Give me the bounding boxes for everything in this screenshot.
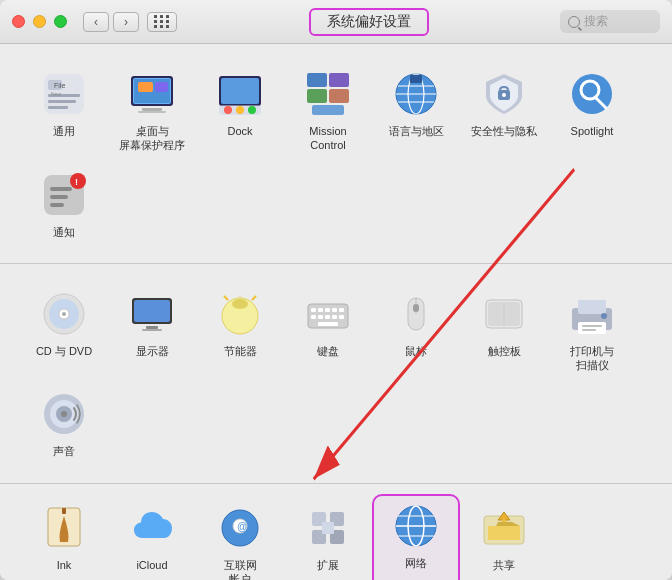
svg-text:New: New — [51, 91, 61, 97]
icon-mouse[interactable]: 鼠标 — [372, 280, 460, 381]
svg-text:File: File — [54, 82, 65, 89]
main-sections: File New 通用 — [0, 44, 672, 580]
svg-rect-25 — [329, 89, 349, 103]
svg-rect-42 — [50, 195, 68, 199]
svg-rect-58 — [318, 308, 323, 312]
svg-rect-41 — [50, 187, 72, 191]
svg-point-21 — [248, 106, 256, 114]
svg-point-39 — [70, 173, 86, 189]
titlebar: ‹ › 系统偏好设置 搜索 — [0, 0, 672, 44]
icon-security[interactable]: 安全性与隐私 — [460, 60, 548, 161]
main-window: ‹ › 系统偏好设置 搜索 — [0, 0, 672, 580]
icon-extensions[interactable]: 扩展 — [284, 494, 372, 580]
mouse-icon — [390, 288, 442, 340]
svg-rect-32 — [410, 75, 422, 83]
minimize-button[interactable] — [33, 15, 46, 28]
cddvd-icon — [38, 288, 90, 340]
svg-rect-76 — [578, 322, 606, 334]
icon-printer[interactable]: 打印机与扫描仪 — [548, 280, 636, 381]
svg-rect-78 — [582, 329, 596, 331]
svg-line-54 — [224, 296, 228, 300]
icon-icloud[interactable]: iCloud — [108, 494, 196, 580]
internet-label: 互联网帐户 — [224, 558, 257, 580]
extensions-label: 扩展 — [317, 558, 339, 572]
forward-button[interactable]: › — [113, 12, 139, 32]
close-button[interactable] — [12, 15, 25, 28]
displays-label: 显示器 — [136, 344, 169, 358]
svg-rect-85 — [62, 508, 66, 514]
icon-ink[interactable]: Ink — [20, 494, 108, 580]
network-icon — [390, 500, 442, 552]
icloud-icon — [126, 502, 178, 554]
icon-sound[interactable]: 声音 — [20, 380, 108, 466]
trackpad-label: 触控板 — [488, 344, 521, 358]
svg-rect-6 — [48, 106, 68, 109]
svg-text:@: @ — [237, 521, 247, 532]
svg-rect-50 — [146, 326, 158, 329]
keyboard-icon — [302, 288, 354, 340]
svg-rect-26 — [312, 105, 344, 115]
security-label: 安全性与隐私 — [471, 124, 537, 138]
sharing-label: 共享 — [493, 558, 515, 572]
svg-rect-5 — [48, 100, 76, 103]
icon-sharing[interactable]: 共享 — [460, 494, 548, 580]
title-area: 系统偏好设置 — [177, 8, 560, 36]
ink-icon — [38, 502, 90, 554]
svg-rect-24 — [307, 89, 327, 103]
nav-buttons: ‹ › — [83, 12, 139, 32]
svg-rect-59 — [325, 308, 330, 312]
maximize-button[interactable] — [54, 15, 67, 28]
svg-rect-75 — [578, 300, 606, 314]
hardware-icons: CD 与 DVD 显示器 — [20, 280, 652, 467]
content-area: File New 通用 — [0, 44, 672, 580]
search-bar[interactable]: 搜索 — [560, 10, 660, 33]
svg-text:!: ! — [75, 177, 78, 187]
icon-network[interactable]: 网络 — [372, 494, 460, 580]
energy-label: 节能器 — [224, 344, 257, 358]
icon-energy[interactable]: 节能器 — [196, 280, 284, 381]
svg-rect-57 — [311, 308, 316, 312]
printer-label: 打印机与扫描仪 — [570, 344, 614, 373]
icon-mission[interactable]: MissionControl — [284, 60, 372, 161]
internet-icon: @ — [214, 502, 266, 554]
svg-rect-61 — [339, 308, 344, 312]
icon-keyboard[interactable]: 键盘 — [284, 280, 372, 381]
icon-cddvd[interactable]: CD 与 DVD — [20, 280, 108, 381]
svg-point-83 — [61, 411, 67, 417]
svg-rect-15 — [155, 82, 168, 92]
svg-rect-64 — [325, 315, 330, 319]
dock-icon — [214, 68, 266, 120]
svg-rect-62 — [311, 315, 316, 319]
svg-point-47 — [62, 312, 66, 316]
spotlight-label: Spotlight — [571, 124, 614, 138]
mixed-icons: Ink iCloud — [20, 494, 652, 580]
svg-rect-23 — [329, 73, 349, 87]
icon-dock[interactable]: Dock — [196, 60, 284, 161]
icon-internet[interactable]: @ 互联网帐户 — [196, 494, 284, 580]
spotlight-icon — [566, 68, 618, 120]
displays-icon — [126, 288, 178, 340]
sound-label: 声音 — [53, 444, 75, 458]
svg-point-19 — [224, 106, 232, 114]
svg-rect-12 — [142, 108, 162, 111]
svg-line-55 — [252, 296, 256, 300]
svg-rect-93 — [322, 522, 334, 534]
icon-language[interactable]: 语言与地区 — [372, 60, 460, 161]
general-label: 通用 — [53, 124, 75, 138]
icon-displays[interactable]: 显示器 — [108, 280, 196, 381]
svg-rect-66 — [339, 315, 344, 319]
svg-rect-51 — [142, 329, 162, 331]
back-button[interactable]: ‹ — [83, 12, 109, 32]
svg-rect-17 — [221, 78, 259, 104]
svg-rect-13 — [138, 111, 166, 113]
icon-notification[interactable]: ! 通知 — [20, 161, 108, 247]
icloud-label: iCloud — [136, 558, 167, 572]
grid-view-button[interactable] — [147, 12, 177, 32]
mission-icon — [302, 68, 354, 120]
desktop-icon — [126, 68, 178, 120]
svg-point-20 — [236, 106, 244, 114]
icon-trackpad[interactable]: 触控板 — [460, 280, 548, 381]
icon-desktop[interactable]: 桌面与屏幕保护程序 — [108, 60, 196, 161]
icon-general[interactable]: File New 通用 — [20, 60, 108, 161]
icon-spotlight[interactable]: Spotlight — [548, 60, 636, 161]
